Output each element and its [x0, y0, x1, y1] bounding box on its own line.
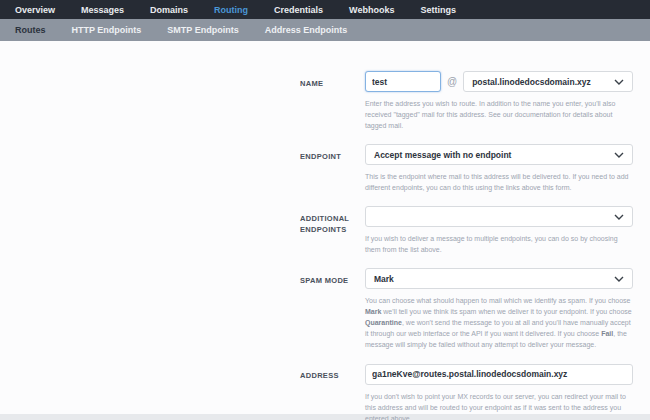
nav-item-credentials[interactable]: Credentials	[261, 5, 336, 15]
spam-mode-select[interactable]: Mark	[365, 268, 633, 289]
address-help-text: If you don't wish to point your MX recor…	[365, 391, 633, 420]
name-help-text: Enter the address you wish to route. In …	[365, 98, 633, 131]
top-navigation: Overview Messages Domains Routing Creden…	[0, 0, 650, 19]
route-address-input[interactable]	[365, 364, 633, 385]
subnav-item-address-endpoints[interactable]: Address Endpoints	[252, 25, 361, 35]
route-form: NAME @ postal.linodedocsdomain.xyz Enter…	[0, 41, 650, 414]
chevron-down-icon	[614, 276, 624, 282]
endpoint-select[interactable]: Accept message with no endpoint	[365, 144, 633, 165]
sub-navigation: Routes HTTP Endpoints SMTP Endpoints Add…	[0, 19, 650, 41]
chevron-down-icon	[614, 152, 624, 158]
nav-item-domains[interactable]: Domains	[137, 5, 201, 15]
nav-item-messages[interactable]: Messages	[68, 5, 137, 15]
additional-endpoints-select[interactable]	[365, 206, 633, 227]
nav-item-overview[interactable]: Overview	[2, 5, 68, 15]
subnav-item-http-endpoints[interactable]: HTTP Endpoints	[59, 25, 155, 35]
additional-endpoints-label: ADDITIONAL ENDPOINTS	[300, 206, 358, 268]
spam-mode-label: SPAM MODE	[300, 268, 358, 363]
route-name-input[interactable]	[365, 71, 441, 92]
nav-item-webhooks[interactable]: Webhooks	[336, 5, 407, 15]
name-label: NAME	[300, 71, 358, 144]
at-symbol: @	[441, 76, 463, 87]
spam-mode-row: SPAM MODE Mark You can choose what shoul…	[0, 268, 650, 363]
spam-mode-select-value: Mark	[374, 274, 394, 284]
subnav-item-smtp-endpoints[interactable]: SMTP Endpoints	[154, 25, 251, 35]
address-label: ADDRESS	[300, 363, 358, 420]
endpoint-row: ENDPOINT Accept message with no endpoint…	[0, 144, 650, 206]
domain-select-value: postal.linodedocsdomain.xyz	[472, 77, 591, 87]
nav-item-routing[interactable]: Routing	[201, 5, 261, 15]
additional-endpoints-help-text: If you wish to deliver a message to mult…	[365, 233, 633, 255]
endpoint-label: ENDPOINT	[300, 144, 358, 206]
nav-item-settings[interactable]: Settings	[407, 5, 469, 15]
additional-endpoints-row: ADDITIONAL ENDPOINTS If you wish to deli…	[0, 206, 650, 268]
name-row: NAME @ postal.linodedocsdomain.xyz Enter…	[0, 71, 650, 144]
endpoint-select-value: Accept message with no endpoint	[374, 150, 511, 160]
endpoint-help-text: This is the endpoint where mail to this …	[365, 171, 633, 193]
spam-mode-help-text: You can choose what should happen to mai…	[365, 295, 633, 350]
chevron-down-icon	[614, 79, 624, 85]
subnav-item-routes[interactable]: Routes	[2, 25, 59, 35]
domain-select[interactable]: postal.linodedocsdomain.xyz	[463, 71, 633, 92]
chevron-down-icon	[614, 214, 624, 220]
address-row: ADDRESS If you don't wish to point your …	[0, 363, 650, 420]
